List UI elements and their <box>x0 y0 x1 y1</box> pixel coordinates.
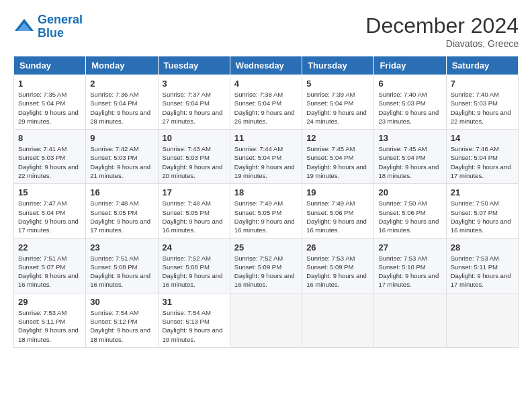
day-number: 3 <box>163 79 226 89</box>
day-info: Sunrise: 7:51 AMSunset: 5:08 PMDaylight:… <box>90 254 153 289</box>
title-block: December 2024 Diavatos, Greece <box>365 13 519 49</box>
day-info: Sunrise: 7:45 AMSunset: 5:04 PMDaylight:… <box>378 144 441 180</box>
day-info: Sunrise: 7:50 AMSunset: 5:06 PMDaylight:… <box>378 199 441 234</box>
calendar-day-cell: 23Sunrise: 7:51 AMSunset: 5:08 PMDayligh… <box>86 238 158 293</box>
day-info: Sunrise: 7:53 AMSunset: 5:09 PMDaylight:… <box>306 254 369 289</box>
day-number: 7 <box>451 79 514 89</box>
calendar-week-row: 15Sunrise: 7:47 AMSunset: 5:04 PMDayligh… <box>14 184 519 238</box>
calendar-day-cell <box>446 293 518 347</box>
day-number: 28 <box>451 242 514 253</box>
day-number: 17 <box>163 187 226 197</box>
calendar-table: SundayMondayTuesdayWednesdayThursdayFrid… <box>13 56 519 348</box>
day-info: Sunrise: 7:54 AMSunset: 5:12 PMDaylight:… <box>90 308 153 344</box>
day-number: 2 <box>90 79 153 89</box>
day-number: 22 <box>18 242 81 253</box>
day-number: 11 <box>234 133 298 143</box>
day-info: Sunrise: 7:54 AMSunset: 5:13 PMDaylight:… <box>163 308 226 344</box>
day-number: 5 <box>306 79 369 89</box>
day-number: 6 <box>378 79 441 89</box>
day-of-week-header: Wednesday <box>230 56 302 75</box>
calendar-day-cell: 16Sunrise: 7:48 AMSunset: 5:05 PMDayligh… <box>86 184 158 238</box>
calendar-day-cell <box>374 293 446 347</box>
day-number: 16 <box>90 187 153 197</box>
day-info: Sunrise: 7:36 AMSunset: 5:04 PMDaylight:… <box>90 90 153 126</box>
day-info: Sunrise: 7:50 AMSunset: 5:07 PMDaylight:… <box>451 199 514 234</box>
calendar-day-cell: 26Sunrise: 7:53 AMSunset: 5:09 PMDayligh… <box>302 238 374 293</box>
day-number: 23 <box>90 242 153 253</box>
day-number: 12 <box>306 133 369 143</box>
calendar-day-cell: 14Sunrise: 7:46 AMSunset: 5:04 PMDayligh… <box>446 130 518 184</box>
calendar-day-cell <box>302 293 374 347</box>
calendar-day-cell: 29Sunrise: 7:53 AMSunset: 5:11 PMDayligh… <box>14 293 86 347</box>
calendar-day-cell: 4Sunrise: 7:38 AMSunset: 5:04 PMDaylight… <box>230 75 302 130</box>
calendar-day-cell: 18Sunrise: 7:49 AMSunset: 5:05 PMDayligh… <box>230 184 302 238</box>
calendar-day-cell: 15Sunrise: 7:47 AMSunset: 5:04 PMDayligh… <box>14 184 86 238</box>
calendar-day-cell: 27Sunrise: 7:53 AMSunset: 5:10 PMDayligh… <box>374 238 446 293</box>
calendar-day-cell: 1Sunrise: 7:35 AMSunset: 5:04 PMDaylight… <box>14 75 86 130</box>
calendar-day-cell: 5Sunrise: 7:39 AMSunset: 5:04 PMDaylight… <box>302 75 374 130</box>
day-number: 10 <box>163 133 226 143</box>
calendar-day-cell: 12Sunrise: 7:45 AMSunset: 5:04 PMDayligh… <box>302 130 374 184</box>
page-header: General Blue December 2024 Diavatos, Gre… <box>13 13 519 49</box>
day-info: Sunrise: 7:38 AMSunset: 5:04 PMDaylight:… <box>234 90 298 126</box>
day-of-week-header: Thursday <box>302 56 374 75</box>
calendar-day-cell: 13Sunrise: 7:45 AMSunset: 5:04 PMDayligh… <box>374 130 446 184</box>
day-info: Sunrise: 7:53 AMSunset: 5:11 PMDaylight:… <box>18 308 81 344</box>
calendar-day-cell: 31Sunrise: 7:54 AMSunset: 5:13 PMDayligh… <box>158 293 230 347</box>
day-number: 15 <box>18 187 81 197</box>
calendar-day-cell: 10Sunrise: 7:43 AMSunset: 5:03 PMDayligh… <box>158 130 230 184</box>
day-number: 20 <box>378 187 441 197</box>
day-info: Sunrise: 7:42 AMSunset: 5:03 PMDaylight:… <box>90 144 153 180</box>
calendar-week-row: 29Sunrise: 7:53 AMSunset: 5:11 PMDayligh… <box>14 293 519 347</box>
calendar-day-cell: 21Sunrise: 7:50 AMSunset: 5:07 PMDayligh… <box>446 184 518 238</box>
day-number: 18 <box>234 187 298 197</box>
logo: General Blue <box>13 13 83 40</box>
calendar-day-cell: 19Sunrise: 7:49 AMSunset: 5:06 PMDayligh… <box>302 184 374 238</box>
logo-icon <box>13 17 35 36</box>
day-number: 21 <box>451 187 514 197</box>
month-title: December 2024 <box>365 13 519 38</box>
calendar-day-cell: 2Sunrise: 7:36 AMSunset: 5:04 PMDaylight… <box>86 75 158 130</box>
location: Diavatos, Greece <box>365 38 519 49</box>
calendar-day-cell: 17Sunrise: 7:48 AMSunset: 5:05 PMDayligh… <box>158 184 230 238</box>
day-number: 13 <box>378 133 441 143</box>
day-of-week-header: Saturday <box>446 56 518 75</box>
day-number: 25 <box>234 242 298 253</box>
day-info: Sunrise: 7:52 AMSunset: 5:09 PMDaylight:… <box>234 254 298 289</box>
day-info: Sunrise: 7:35 AMSunset: 5:04 PMDaylight:… <box>18 90 81 126</box>
day-number: 1 <box>18 79 81 89</box>
day-number: 26 <box>306 242 369 253</box>
calendar-day-cell: 22Sunrise: 7:51 AMSunset: 5:07 PMDayligh… <box>14 238 86 293</box>
day-info: Sunrise: 7:52 AMSunset: 5:08 PMDaylight:… <box>163 254 226 289</box>
day-of-week-header: Tuesday <box>158 56 230 75</box>
day-info: Sunrise: 7:46 AMSunset: 5:04 PMDaylight:… <box>451 144 514 180</box>
calendar-day-cell: 7Sunrise: 7:40 AMSunset: 5:03 PMDaylight… <box>446 75 518 130</box>
calendar-week-row: 8Sunrise: 7:41 AMSunset: 5:03 PMDaylight… <box>14 130 519 184</box>
day-info: Sunrise: 7:47 AMSunset: 5:04 PMDaylight:… <box>18 199 81 234</box>
day-info: Sunrise: 7:37 AMSunset: 5:04 PMDaylight:… <box>163 90 226 126</box>
day-number: 31 <box>163 297 226 307</box>
day-of-week-header: Sunday <box>14 56 86 75</box>
day-number: 24 <box>163 242 226 253</box>
calendar-day-cell <box>230 293 302 347</box>
calendar-day-cell: 3Sunrise: 7:37 AMSunset: 5:04 PMDaylight… <box>158 75 230 130</box>
calendar-day-cell: 20Sunrise: 7:50 AMSunset: 5:06 PMDayligh… <box>374 184 446 238</box>
day-info: Sunrise: 7:48 AMSunset: 5:05 PMDaylight:… <box>90 199 153 234</box>
day-info: Sunrise: 7:44 AMSunset: 5:04 PMDaylight:… <box>234 144 298 180</box>
day-info: Sunrise: 7:40 AMSunset: 5:03 PMDaylight:… <box>378 90 441 126</box>
day-info: Sunrise: 7:40 AMSunset: 5:03 PMDaylight:… <box>451 90 514 126</box>
calendar-day-cell: 30Sunrise: 7:54 AMSunset: 5:12 PMDayligh… <box>86 293 158 347</box>
calendar-body: 1Sunrise: 7:35 AMSunset: 5:04 PMDaylight… <box>14 75 519 348</box>
day-info: Sunrise: 7:43 AMSunset: 5:03 PMDaylight:… <box>163 144 226 180</box>
day-info: Sunrise: 7:45 AMSunset: 5:04 PMDaylight:… <box>306 144 369 180</box>
day-number: 19 <box>306 187 369 197</box>
calendar-day-cell: 9Sunrise: 7:42 AMSunset: 5:03 PMDaylight… <box>86 130 158 184</box>
day-info: Sunrise: 7:53 AMSunset: 5:11 PMDaylight:… <box>451 254 514 289</box>
calendar-day-cell: 6Sunrise: 7:40 AMSunset: 5:03 PMDaylight… <box>374 75 446 130</box>
calendar-week-row: 22Sunrise: 7:51 AMSunset: 5:07 PMDayligh… <box>14 238 519 293</box>
day-number: 9 <box>90 133 153 143</box>
day-number: 29 <box>18 297 81 307</box>
day-of-week-header: Friday <box>374 56 446 75</box>
day-number: 4 <box>234 79 298 89</box>
calendar-day-cell: 11Sunrise: 7:44 AMSunset: 5:04 PMDayligh… <box>230 130 302 184</box>
